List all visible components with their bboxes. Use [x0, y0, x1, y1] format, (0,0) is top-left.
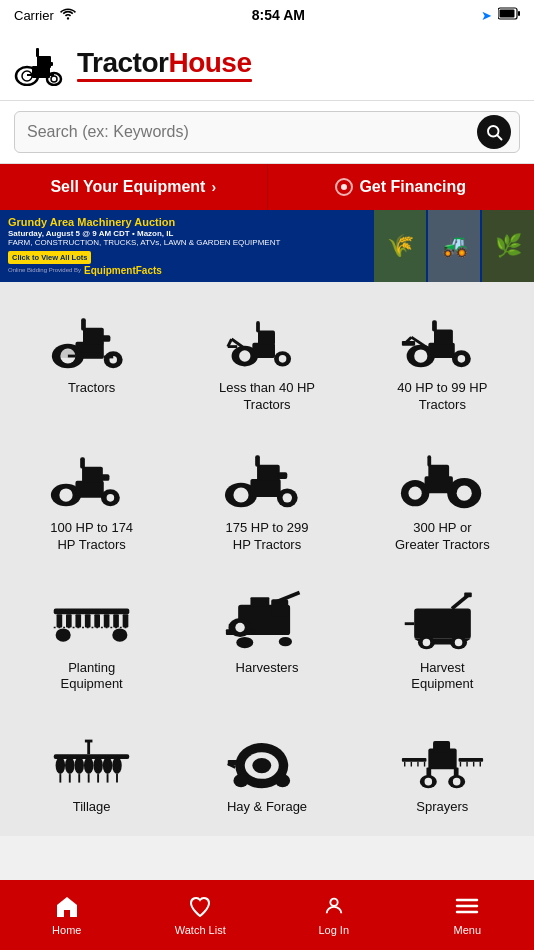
- nav-menu[interactable]: Menu: [401, 895, 535, 936]
- svg-rect-32: [258, 330, 275, 344]
- banner-image-2: 🚜: [428, 210, 480, 282]
- svg-point-87: [237, 637, 254, 648]
- svg-rect-26: [76, 352, 104, 358]
- category-40to99hp[interactable]: 40 HP to 99 HP Tractors: [359, 294, 526, 422]
- svg-rect-53: [80, 458, 85, 469]
- banner-provider: Online Bidding Provided By: [8, 267, 81, 273]
- svg-point-6: [51, 76, 57, 82]
- banner-subtitle: FARM, CONSTRUCTION, TRUCKS, ATVs, LAWN &…: [8, 238, 366, 248]
- category-harvest-equip[interactable]: Harvest Equipment: [359, 574, 526, 702]
- svg-rect-42: [434, 329, 453, 344]
- banner-title: Grundy Area Machinery Auction: [8, 216, 366, 229]
- svg-rect-52: [82, 467, 103, 483]
- svg-point-103: [65, 757, 74, 774]
- svg-rect-43: [432, 320, 437, 331]
- nav-menu-label: Menu: [453, 924, 481, 936]
- svg-point-102: [56, 757, 65, 774]
- heart-icon: [188, 895, 212, 921]
- logo-name: TractorHouse: [77, 49, 252, 77]
- svg-point-106: [94, 757, 103, 774]
- category-100to174hp[interactable]: 100 HP to 174 HP Tractors: [8, 434, 175, 562]
- svg-point-120: [253, 758, 272, 773]
- logo: TractorHouse: [14, 38, 520, 92]
- hay-forage-label: Hay & Forage: [227, 799, 307, 816]
- banner-cta: Click to View All Lots: [8, 251, 91, 264]
- 40to99hp-label: 40 HP to 99 HP Tractors: [397, 380, 487, 414]
- svg-rect-72: [66, 614, 72, 627]
- svg-rect-21: [81, 318, 86, 330]
- category-tractors[interactable]: Tractors: [8, 294, 175, 422]
- svg-rect-74: [85, 614, 91, 627]
- svg-point-97: [455, 639, 463, 647]
- category-300hpplus[interactable]: 300 HP or Greater Tractors: [359, 434, 526, 562]
- svg-rect-61: [256, 456, 261, 467]
- search-input[interactable]: [27, 123, 477, 141]
- svg-rect-2: [518, 11, 520, 16]
- sprayers-label: Sprayers: [416, 799, 468, 816]
- category-tillage[interactable]: Tillage: [8, 713, 175, 824]
- banner-right: 🌾 🚜 🌿: [374, 210, 534, 282]
- svg-point-48: [60, 489, 73, 502]
- svg-rect-77: [113, 614, 119, 627]
- svg-point-79: [56, 628, 71, 641]
- svg-rect-75: [94, 614, 100, 627]
- action-buttons: Sell Your Equipment › Get Financing: [0, 164, 534, 210]
- svg-rect-92: [414, 609, 471, 639]
- search-container: [0, 101, 534, 164]
- circle-icon: [335, 178, 353, 196]
- svg-rect-62: [278, 473, 287, 480]
- svg-line-14: [497, 135, 501, 139]
- nav-home[interactable]: Home: [0, 895, 134, 936]
- financing-label: Get Financing: [359, 178, 466, 196]
- svg-rect-69: [427, 456, 431, 467]
- svg-point-66: [456, 486, 471, 501]
- svg-rect-59: [251, 479, 281, 497]
- category-lt40hp[interactable]: Less than 40 HP Tractors: [183, 294, 350, 422]
- 300hpplus-icon: [397, 444, 487, 514]
- status-left: Carrier: [14, 8, 76, 23]
- nav-login-label: Log In: [318, 924, 349, 936]
- svg-point-38: [414, 349, 427, 362]
- sell-label: Sell Your Equipment: [50, 178, 205, 196]
- svg-point-88: [279, 637, 292, 646]
- svg-rect-68: [428, 465, 449, 478]
- banner-image-1: 🌾: [374, 210, 426, 282]
- category-planting[interactable]: Planting Equipment: [8, 574, 175, 702]
- category-175to299hp[interactable]: 175 HP to 299 HP Tractors: [183, 434, 350, 562]
- equipment-facts-logo: EquipmentFacts: [84, 265, 162, 276]
- banner-image-3: 🌿: [482, 210, 534, 282]
- bottom-nav: Home Watch List Log In Menu: [0, 880, 534, 950]
- logo-icon: [14, 38, 69, 92]
- svg-point-96: [422, 639, 430, 647]
- svg-rect-51: [76, 481, 104, 498]
- banner-ad[interactable]: Grundy Area Machinery Auction Saturday, …: [0, 210, 534, 282]
- search-button[interactable]: [477, 115, 511, 149]
- nav-watchlist[interactable]: Watch List: [134, 895, 268, 936]
- category-hay-forage[interactable]: Hay & Forage: [183, 713, 350, 824]
- svg-rect-70: [54, 609, 130, 615]
- category-harvesters[interactable]: Harvesters: [183, 574, 350, 702]
- nav-login[interactable]: Log In: [267, 895, 401, 936]
- svg-point-28: [240, 350, 251, 361]
- svg-point-40: [457, 355, 465, 363]
- svg-rect-76: [104, 614, 110, 627]
- location-icon: ➤: [481, 8, 492, 23]
- svg-rect-9: [36, 48, 39, 57]
- svg-point-107: [103, 757, 112, 774]
- person-icon: [322, 895, 346, 921]
- svg-point-58: [283, 493, 292, 502]
- search-icon: [485, 123, 503, 141]
- sell-equipment-button[interactable]: Sell Your Equipment ›: [0, 164, 268, 210]
- status-time: 8:54 AM: [252, 7, 305, 23]
- svg-point-142: [424, 778, 432, 786]
- lt40hp-label: Less than 40 HP Tractors: [219, 380, 315, 414]
- svg-rect-127: [433, 741, 450, 752]
- banner-left: Grundy Area Machinery Auction Saturday, …: [0, 210, 374, 282]
- svg-rect-22: [101, 335, 110, 342]
- harvest-equip-label: Harvest Equipment: [411, 660, 473, 694]
- svg-point-105: [84, 757, 93, 774]
- svg-point-30: [279, 355, 287, 363]
- svg-rect-46: [402, 340, 415, 345]
- get-financing-button[interactable]: Get Financing: [268, 164, 535, 210]
- category-sprayers[interactable]: Sprayers: [359, 713, 526, 824]
